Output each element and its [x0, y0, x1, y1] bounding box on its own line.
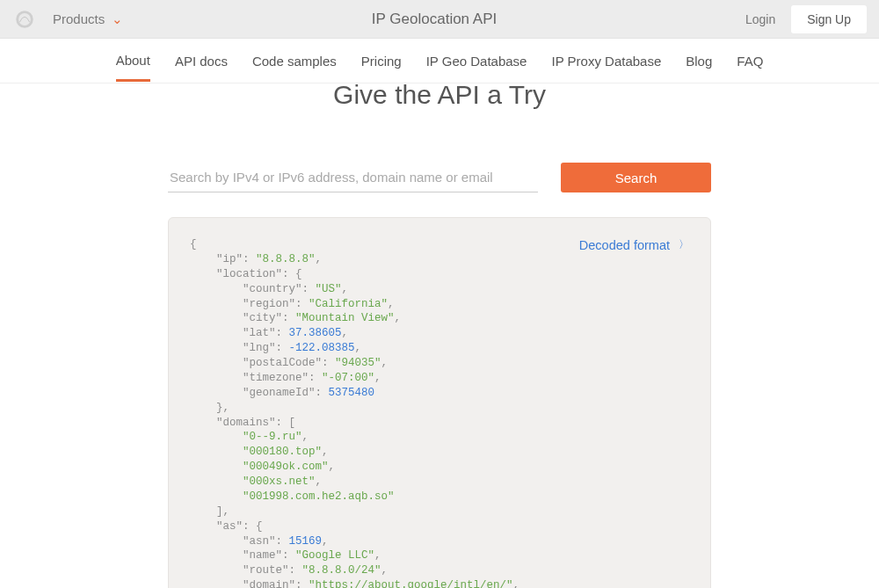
- nav-item-blog[interactable]: Blog: [686, 41, 712, 80]
- products-dropdown[interactable]: Products ⌄: [53, 11, 123, 27]
- nav-item-pricing[interactable]: Pricing: [361, 41, 402, 80]
- nav-item-code-samples[interactable]: Code samples: [252, 41, 337, 80]
- result-card: Decoded format 〉 { "ip": "8.8.8.8", "loc…: [168, 217, 711, 588]
- decoded-format-label: Decoded format: [579, 238, 670, 252]
- hero-title: Give the API a Try: [0, 80, 879, 110]
- svg-point-1: [18, 13, 31, 25]
- chevron-down-icon: ⌄: [112, 11, 123, 27]
- chevron-right-icon: 〉: [679, 237, 689, 252]
- page-title: IP Geolocation API: [123, 11, 745, 28]
- nav-item-ip-geo-database[interactable]: IP Geo Database: [426, 41, 527, 80]
- products-label: Products: [53, 11, 105, 26]
- nav-item-faq[interactable]: FAQ: [737, 41, 763, 80]
- login-link[interactable]: Login: [745, 12, 775, 26]
- search-button[interactable]: Search: [561, 163, 711, 192]
- logo-icon: [12, 7, 37, 32]
- nav-item-api-docs[interactable]: API docs: [175, 41, 228, 80]
- decoded-format-link[interactable]: Decoded format 〉: [579, 237, 689, 252]
- nav-item-about[interactable]: About: [116, 40, 150, 82]
- sub-nav: AboutAPI docsCode samplesPricingIP Geo D…: [0, 39, 879, 83]
- signup-button[interactable]: Sign Up: [791, 5, 867, 33]
- nav-item-ip-proxy-database[interactable]: IP Proxy Database: [551, 41, 661, 80]
- search-input[interactable]: [168, 164, 538, 192]
- json-response: { "ip": "8.8.8.8", "location": { "countr…: [190, 237, 689, 588]
